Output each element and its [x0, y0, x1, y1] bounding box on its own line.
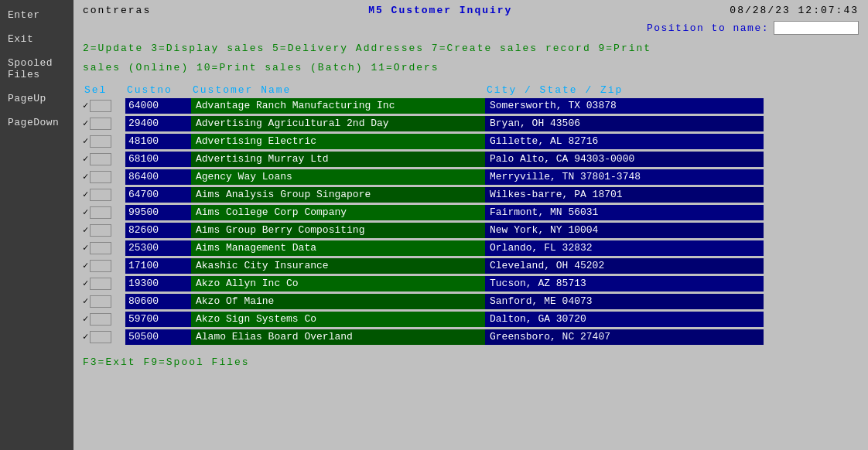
- row-city: Bryan, OH 43506: [485, 116, 764, 131]
- row-city: Somersworth, TX 03878: [485, 98, 764, 114]
- table-row: ✓68100Advertising Murray LtdPalo Alto, C…: [83, 151, 859, 168]
- row-custname: Aims Management Data: [191, 240, 485, 256]
- sidebar-item-exit[interactable]: Exit: [0, 27, 73, 51]
- main-content: contreras M5 Customer Inquiry 08/28/23 1…: [73, 0, 868, 450]
- position-label: Position to name:: [647, 22, 769, 34]
- sel-input[interactable]: [90, 313, 111, 326]
- sidebar-item-enter[interactable]: Enter: [0, 3, 73, 27]
- row-city: Fairmont, MN 56031: [485, 205, 764, 220]
- table-row: ✓64700Aims Analysis Group SingaporeWilke…: [83, 186, 859, 203]
- row-city: Dalton, GA 30720: [485, 312, 764, 327]
- row-check-icon: ✓: [83, 171, 88, 182]
- row-city: Cleveland, OH 45202: [485, 258, 764, 274]
- table-row: ✓48100Advertising ElectricGillette, AL 8…: [83, 133, 859, 150]
- sel-input[interactable]: [90, 118, 111, 130]
- row-custno: 86400: [125, 169, 191, 185]
- row-sel: ✓: [83, 295, 125, 308]
- row-sel: ✓: [83, 224, 125, 237]
- row-custname: Aims Group Berry Compositing: [191, 223, 485, 238]
- sel-input[interactable]: [90, 331, 111, 343]
- row-city: New York, NY 10004: [485, 223, 764, 238]
- row-check-icon: ✓: [83, 278, 88, 289]
- table-row: ✓80600Akzo Of MaineSanford, ME 04073: [83, 293, 859, 310]
- row-sel: ✓: [83, 260, 125, 272]
- table-row: ✓29400Advertising Agricultural 2nd DayBr…: [83, 115, 859, 132]
- datetime: 08/28/23 12:07:43: [730, 5, 859, 16]
- row-check-icon: ✓: [83, 331, 88, 343]
- row-city: Palo Alto, CA 94303-0000: [485, 152, 764, 167]
- table-row: ✓59700Akzo Sign Systems CoDalton, GA 307…: [83, 311, 859, 328]
- table-section: Sel Custno Customer Name City / State / …: [83, 84, 859, 346]
- row-custno: 64700: [125, 187, 191, 203]
- position-input[interactable]: [774, 21, 859, 35]
- row-check-icon: ✓: [83, 260, 88, 271]
- row-sel: ✓: [83, 189, 125, 201]
- row-custname: Advantage Ranch Manufacturing Inc: [191, 98, 485, 114]
- sel-input[interactable]: [90, 242, 111, 254]
- sel-input[interactable]: [90, 171, 111, 183]
- row-custno: 59700: [125, 312, 191, 327]
- table-header: Sel Custno Customer Name City / State / …: [83, 84, 859, 96]
- row-custname: Advertising Murray Ltd: [191, 152, 485, 167]
- row-custno: 50500: [125, 329, 191, 345]
- row-sel: ✓: [83, 313, 125, 326]
- table-row: ✓86400Agency Way LoansMerryville, TN 378…: [83, 169, 859, 186]
- sel-input[interactable]: [90, 189, 111, 201]
- header-city: City / State / Zip: [487, 84, 765, 96]
- sidebar: Enter Exit Spooled Files PageUp PageDown: [0, 0, 73, 450]
- row-custname: Alamo Elias Board Overland: [191, 329, 485, 345]
- row-custno: 99500: [125, 205, 191, 220]
- table-row: ✓99500Aims College Corp CompanyFairmont,…: [83, 204, 859, 221]
- row-custname: Aims College Corp Company: [191, 205, 485, 220]
- row-custno: 48100: [125, 134, 191, 149]
- row-sel: ✓: [83, 242, 125, 254]
- row-city: Wilkes-barre, PA 18701: [485, 187, 764, 203]
- row-city: Merryville, TN 37801-3748: [485, 169, 764, 185]
- sel-input[interactable]: [90, 260, 111, 272]
- sel-input[interactable]: [90, 153, 111, 165]
- sel-input[interactable]: [90, 295, 111, 308]
- row-custname: Akzo Sign Systems Co: [191, 312, 485, 327]
- row-custname: Advertising Electric: [191, 134, 485, 149]
- header-custname: Customer Name: [193, 84, 487, 96]
- sel-input[interactable]: [90, 278, 111, 290]
- sidebar-item-pagedown[interactable]: PageDown: [0, 111, 73, 135]
- table-row: ✓17100Akashic City InsuranceCleveland, O…: [83, 257, 859, 274]
- table-row: ✓50500Alamo Elias Board OverlandGreensbo…: [83, 329, 859, 346]
- sidebar-item-spooled-files[interactable]: Spooled Files: [0, 51, 73, 87]
- row-custno: 64000: [125, 98, 191, 114]
- row-custname: Agency Way Loans: [191, 169, 485, 185]
- row-sel: ✓: [83, 118, 125, 130]
- table-row: ✓82600Aims Group Berry CompositingNew Yo…: [83, 222, 859, 239]
- row-check-icon: ✓: [83, 295, 88, 307]
- sel-input[interactable]: [90, 135, 111, 148]
- row-custno: 19300: [125, 276, 191, 291]
- row-check-icon: ✓: [83, 118, 88, 129]
- row-custno: 25300: [125, 240, 191, 256]
- row-sel: ✓: [83, 171, 125, 183]
- row-check-icon: ✓: [83, 313, 88, 325]
- row-city: Gillette, AL 82716: [485, 134, 764, 149]
- row-custname: Akzo Of Maine: [191, 294, 485, 309]
- row-city: Tucson, AZ 85713: [485, 276, 764, 291]
- sidebar-item-pageup[interactable]: PageUp: [0, 87, 73, 111]
- row-check-icon: ✓: [83, 153, 88, 165]
- row-check-icon: ✓: [83, 189, 88, 200]
- position-row: Position to name:: [83, 21, 859, 35]
- sel-input[interactable]: [90, 206, 111, 219]
- sel-input[interactable]: [90, 224, 111, 237]
- username: contreras: [83, 5, 151, 16]
- row-custname: Akzo Allyn Inc Co: [191, 276, 485, 291]
- sel-input[interactable]: [90, 100, 111, 112]
- row-check-icon: ✓: [83, 242, 88, 254]
- app-title: M5 Customer Inquiry: [368, 5, 512, 16]
- row-custno: 82600: [125, 223, 191, 238]
- row-city: Greensboro, NC 27407: [485, 329, 764, 345]
- row-sel: ✓: [83, 206, 125, 219]
- row-check-icon: ✓: [83, 206, 88, 218]
- row-custname: Akashic City Insurance: [191, 258, 485, 274]
- row-check-icon: ✓: [83, 100, 88, 111]
- row-sel: ✓: [83, 331, 125, 343]
- row-city: Sanford, ME 04073: [485, 294, 764, 309]
- header-sel: Sel: [84, 84, 127, 96]
